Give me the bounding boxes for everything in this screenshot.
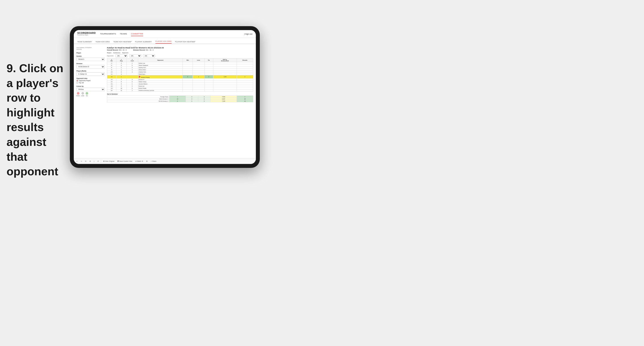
- table-cell: [183, 89, 193, 92]
- table-cell: 19: [107, 87, 116, 89]
- sub-nav-player-h2h-grid[interactable]: PLAYER H2H GRID: [156, 40, 172, 44]
- table-cell: [237, 83, 253, 85]
- table-cell: [193, 73, 204, 75]
- table-cell: 4: [126, 78, 138, 81]
- table-row[interactable]: 321Esther Lee: [107, 62, 253, 64]
- row-arrow-icon: [139, 76, 140, 78]
- forward-btn[interactable]: ⟳: [84, 160, 87, 163]
- table-row[interactable]: 914Sharon Mun: [107, 69, 253, 71]
- table-cell: 1: [126, 83, 138, 85]
- table-cell: [183, 62, 193, 64]
- out-division-row[interactable]: NCAA Division 25007.40010: [107, 100, 253, 102]
- table-cell: 10: [116, 87, 126, 89]
- nav-teams[interactable]: TEAMS: [120, 32, 127, 36]
- col-conf: #Conf: [126, 58, 138, 62]
- share-btn[interactable]: ↗ Share: [150, 160, 157, 163]
- left-panel: Last Updated: 27/03/2024 16:55:28 Player…: [76, 47, 105, 156]
- colour-select[interactable]: Win/loss: [76, 88, 105, 91]
- watch-btn[interactable]: 👁 Watch ▼: [134, 160, 144, 163]
- table-cell: [237, 81, 253, 83]
- out-division-row[interactable]: NAIA Division 115009.26730: [107, 98, 253, 100]
- sub-nav-team-h2h-grid[interactable]: TEAM H2H GRID: [96, 41, 110, 44]
- table-row[interactable]: 113Heeji Hyun: [107, 73, 253, 75]
- separator-btn[interactable]: |: [93, 160, 95, 163]
- table-cell: 11: [107, 73, 116, 75]
- table-row[interactable]: 1585Stella Cheng: [107, 81, 253, 83]
- legend-dots: Down Level Up: [76, 92, 105, 96]
- table-cell: [183, 69, 193, 71]
- opp-filter-select[interactable]: (All): [143, 54, 155, 57]
- conf-filter-select[interactable]: (All): [129, 54, 141, 57]
- out-of-division-table: Foreign Team1004.5002NAIA Division 11500…: [107, 96, 253, 102]
- table-row[interactable]: 131Jessica Huang010-3.002: [107, 75, 253, 78]
- table-cell: 6: [116, 71, 126, 73]
- division-select[interactable]: NCAA Division III: [76, 65, 105, 68]
- undo-btn[interactable]: ↩: [76, 160, 78, 163]
- table-cell: Andrea York: [138, 71, 183, 73]
- table-cell: [204, 85, 213, 87]
- table-row[interactable]: 1822Euna Lee: [107, 85, 253, 87]
- table-cell: [213, 83, 237, 85]
- table-cell: [213, 81, 237, 83]
- gender-select[interactable]: Women's: [76, 58, 105, 61]
- legend-down-dot: [77, 92, 80, 95]
- save-custom-view-btn[interactable]: 💾 Save Custom View: [116, 160, 133, 163]
- sign-out-link[interactable]: | Sign out: [244, 33, 252, 35]
- table-cell: [193, 62, 204, 64]
- out-division-cell: 0: [186, 96, 198, 98]
- table-row[interactable]: 19106Emily Chang: [107, 87, 253, 89]
- table-cell: [213, 78, 237, 81]
- table-row[interactable]: 613Sydney Kuo: [107, 66, 253, 69]
- table-row[interactable]: 1063Andrea York: [107, 71, 253, 73]
- sub-nav-team-h2h-heatmap[interactable]: TEAM H2H HEATMAP: [113, 41, 132, 44]
- table-cell: [237, 71, 253, 73]
- nav-items: TOURNAMENTS TEAMS COMMITTEE: [100, 32, 244, 36]
- settings-btn[interactable]: ⚙: [89, 160, 92, 163]
- table-cell: [213, 87, 237, 89]
- nav-committee[interactable]: COMMITTEE: [131, 32, 144, 36]
- table-cell: [183, 83, 193, 85]
- table-cell: [193, 87, 204, 89]
- sub-nav-team-summary[interactable]: TEAM SUMMARY: [77, 41, 92, 44]
- grid-btn[interactable]: ⊞: [146, 160, 148, 163]
- out-of-division: Out of division Foreign Team1004.5002NAI…: [107, 93, 253, 102]
- table-cell: [213, 73, 237, 75]
- out-division-cell: 1: [170, 96, 186, 98]
- toolbar-sep1: [101, 160, 101, 163]
- nav-tournaments[interactable]: TOURNAMENTS: [100, 32, 116, 36]
- table-cell: [213, 64, 237, 66]
- table-row[interactable]: 1691Jessica Mason: [107, 83, 253, 85]
- sub-nav-player-summary[interactable]: PLAYER SUMMARY: [135, 41, 152, 44]
- table-cell: [204, 62, 213, 64]
- table-row[interactable]: 20117Federica Domecq Lacroze: [107, 89, 253, 92]
- table-cell: [126, 73, 138, 75]
- table-cell: [204, 78, 213, 81]
- sub-nav-player-h2h-heatmap[interactable]: PLAYER H2H HEATMAP: [175, 41, 196, 44]
- out-division-row[interactable]: Foreign Team1004.5002: [107, 96, 253, 98]
- reset-btn[interactable]: ↺: [96, 160, 100, 163]
- annotation-text: 9. Click on a player's row to highlight …: [6, 61, 66, 179]
- table-cell: [193, 83, 204, 85]
- table-cell: [213, 66, 237, 69]
- table-cell: Esther Lee: [138, 62, 183, 64]
- player-rank-select[interactable]: 8. Katelyn Vo: [76, 72, 105, 76]
- legend-level-label: Level: [81, 95, 84, 96]
- out-division-diff: 7.400: [210, 100, 237, 102]
- table-cell: 14: [107, 78, 116, 81]
- table-row[interactable]: 522Alexis Sudjianto: [107, 64, 253, 66]
- table-cell: Federica Domecq Lacroze: [138, 89, 183, 92]
- opponents-played-radio[interactable]: [76, 80, 78, 82]
- table-cell: [204, 83, 213, 85]
- top100-radio[interactable]: [76, 82, 78, 84]
- table-row[interactable]: 1474Eunice Yi: [107, 78, 253, 81]
- table-cell: -3.00: [213, 75, 237, 78]
- table-cell: 9: [107, 69, 116, 71]
- table-cell: 6: [107, 66, 116, 69]
- opponents-played-option[interactable]: Opponents Played: [76, 80, 105, 82]
- redo-btn[interactable]: ↪: [80, 160, 83, 163]
- table-cell: Sydney Kuo: [138, 66, 183, 69]
- top100-option[interactable]: Top 100: [76, 82, 105, 84]
- opponents-filter-select[interactable]: (All): [116, 54, 128, 57]
- view-original-btn[interactable]: 🖼 View: Original: [102, 160, 115, 163]
- table-cell: 6: [126, 87, 138, 89]
